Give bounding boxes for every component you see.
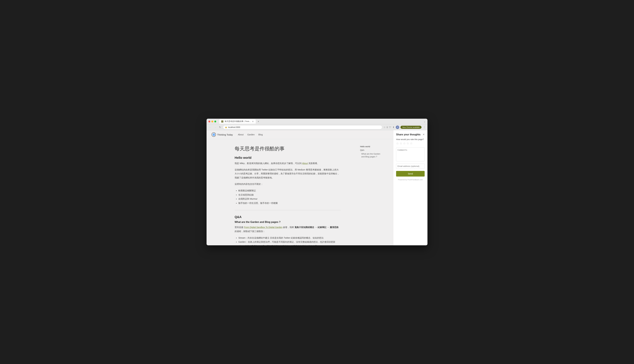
browser-menu-icon[interactable]: ⋮ — [423, 126, 426, 129]
extensions-icon[interactable]: ⌄ — [424, 120, 426, 123]
star-3[interactable]: ☆ — [403, 142, 406, 145]
qa-text-3: 的過程，歸類成下面三個類別： — [235, 230, 265, 232]
send-button[interactable]: Send — [396, 171, 425, 176]
page: 🌀 Thinking Today About Garden Blog 每天思考是… — [206, 130, 393, 245]
tab-favicon — [221, 120, 224, 122]
back-button[interactable]: ← — [208, 125, 212, 129]
maximize-button[interactable] — [214, 120, 216, 122]
toc-sidebar: Hello world Q&A What are the Garden and … — [356, 139, 391, 245]
digital-garden-link[interactable]: From Digital Sandbox To Digital Garden — [244, 226, 282, 228]
nav-garden[interactable]: Garden — [247, 133, 254, 136]
toolbar-icons: ☆ ℹ 🛡 ⬇ JP New Chrome available ⋮ — [384, 126, 426, 129]
feedback-panel: Share your thoughts ✕ How would you rate… — [393, 130, 428, 245]
qa-list-item: Stream：尚未在這個網站中建立 目前是在我的 Twitter 紀錄各種認同的… — [238, 236, 341, 240]
content-list: 軟體產品相關筆記 生活省思與紀錄 自我對話和 Murmur 隨手拍的一些生活照、… — [235, 188, 341, 205]
reload-button[interactable]: ↻ — [218, 125, 222, 129]
logo-icon: 🌀 — [212, 132, 216, 137]
hello-world-heading: Hello world — [235, 156, 341, 160]
info-icon[interactable]: ℹ — [387, 126, 388, 129]
forward-button[interactable]: → — [214, 125, 217, 129]
nav-about[interactable]: About — [238, 133, 244, 136]
intro-text-2: 頁面看看。 — [308, 162, 319, 164]
toc-hello-world[interactable]: Hello world — [360, 145, 387, 148]
download-icon[interactable]: ⬇ — [392, 126, 394, 129]
email-input[interactable] — [396, 164, 425, 169]
active-tab[interactable]: 每天思考是件很酷的事 | Think... ✕ — [219, 119, 256, 124]
nav-links: About Garden Blog — [238, 133, 263, 136]
qa-text-2: 啟發，我將 — [283, 226, 294, 228]
feedback-title: Share your thoughts — [396, 133, 420, 136]
tab-close-button[interactable]: ✕ — [252, 120, 254, 123]
qa-text-1: 受到這篇 — [235, 226, 243, 228]
toc-sub-garden[interactable]: What are the Garden and Blog pages ? — [361, 152, 387, 158]
chrome-update-button[interactable]: New Chrome available — [400, 126, 422, 129]
star-rating[interactable]: ☆ ☆ ☆ ☆ ☆ — [396, 142, 425, 145]
about-link[interactable]: About — [302, 162, 308, 164]
list-item: 軟體產品相關筆記 — [238, 188, 341, 193]
about-paragraph: 這個網站的由來是我開始用 Twitter 紀錄自己平時短短的想法、用 Mediu… — [235, 168, 341, 180]
section-divider — [235, 210, 341, 210]
comments-textarea[interactable] — [396, 148, 425, 162]
qa-list-item: Garden：在路上的筆記與想法們，可能是不同面向的筆記、沒有完整組織過的想法，… — [238, 240, 341, 244]
logo-text: Thinking Today — [217, 133, 233, 136]
nav-blog[interactable]: Blog — [258, 133, 263, 136]
site-nav: 🌀 Thinking Today About Garden Blog — [206, 130, 393, 139]
intro-paragraph: 我是 Miley，歡迎來到我的個人網站，如果你想先初步了解我，可以到 About… — [235, 162, 341, 165]
tab-title: 每天思考是件很酷的事 | Think... — [225, 120, 251, 122]
traffic-lights — [208, 120, 216, 122]
new-tab-button[interactable]: + — [256, 120, 260, 124]
star-1[interactable]: ☆ — [396, 142, 399, 145]
feedback-close-button[interactable]: ✕ — [422, 133, 425, 136]
qa-q1: What are the Garden and Blog pages ? — [235, 221, 341, 224]
qa-list: Stream：尚未在這個網站中建立 目前是在我的 Twitter 紀錄各種認同的… — [235, 236, 341, 245]
star-4[interactable]: ☆ — [406, 142, 409, 145]
qa-heading: Q&A — [235, 215, 341, 219]
user-avatar[interactable]: JP — [396, 126, 399, 129]
intro-text-1: 我是 Miley，歡迎來到我的個人網站，如果你想先初步了解我，可以到 — [235, 162, 302, 164]
list-item: 自我對話和 Murmur — [238, 197, 341, 201]
qa-list-item: Blog：釐清自己思路的結果，可能是當下的生活紀錄、整理過後的想法、個人省思 — [238, 244, 341, 245]
url-text: localhost:3000 — [228, 126, 240, 128]
star-2[interactable]: ☆ — [400, 142, 402, 145]
feedback-rating-section: How would you rate this page? ☆ ☆ ☆ ☆ ☆ — [396, 138, 425, 145]
toc-qa[interactable]: Q&A — [360, 149, 387, 151]
qa-bold: 蒐集片段知識或概念 → 紀錄筆記 → 釐清思路 — [294, 226, 338, 228]
content-area: 🌀 Thinking Today About Garden Blog 每天思考是… — [206, 130, 428, 245]
feedback-header: Share your thoughts ✕ — [396, 133, 425, 136]
address-bar: ← → ↻ 🔒 localhost:3000 ☆ ℹ 🛡 ⬇ JP New Ch… — [206, 124, 428, 130]
article-area: 每天思考是件很酷的事 Hello world 我是 Miley，歡迎來到我的個人… — [206, 139, 356, 245]
star-5[interactable]: ☆ — [410, 142, 413, 145]
download-shield-icon[interactable]: 🛡 — [389, 126, 391, 128]
main-content: 每天思考是件很酷的事 Hello world 我是 Miley，歡迎來到我的個人… — [206, 139, 393, 245]
list-item: 生活省思與紀錄 — [238, 193, 341, 197]
article-main-title: 每天思考是件很酷的事 — [235, 145, 341, 152]
title-bar: 每天思考是件很酷的事 | Think... ✕ + ⌄ — [206, 119, 428, 124]
rating-label: How would you rate this page? — [396, 138, 425, 140]
tab-bar: 每天思考是件很酷的事 | Think... ✕ + — [219, 119, 422, 124]
minimize-button[interactable] — [212, 120, 213, 122]
lock-icon: 🔒 — [225, 126, 227, 128]
content-intro: 這裡有的內容包含但不限於： — [235, 182, 341, 186]
nav-logo[interactable]: 🌀 Thinking Today — [212, 132, 233, 137]
url-bar[interactable]: 🔒 localhost:3000 — [223, 125, 382, 129]
close-button[interactable] — [208, 120, 210, 122]
bookmark-icon[interactable]: ☆ — [384, 126, 386, 129]
list-item: 隨手拍的一些生活照、隨手存的一些梗圖 — [238, 201, 341, 205]
qa-paragraph: 受到這篇 From Digital Sandbox To Digital Gar… — [235, 225, 341, 233]
powered-by: Powered by PushFeedback.com — [396, 179, 425, 180]
